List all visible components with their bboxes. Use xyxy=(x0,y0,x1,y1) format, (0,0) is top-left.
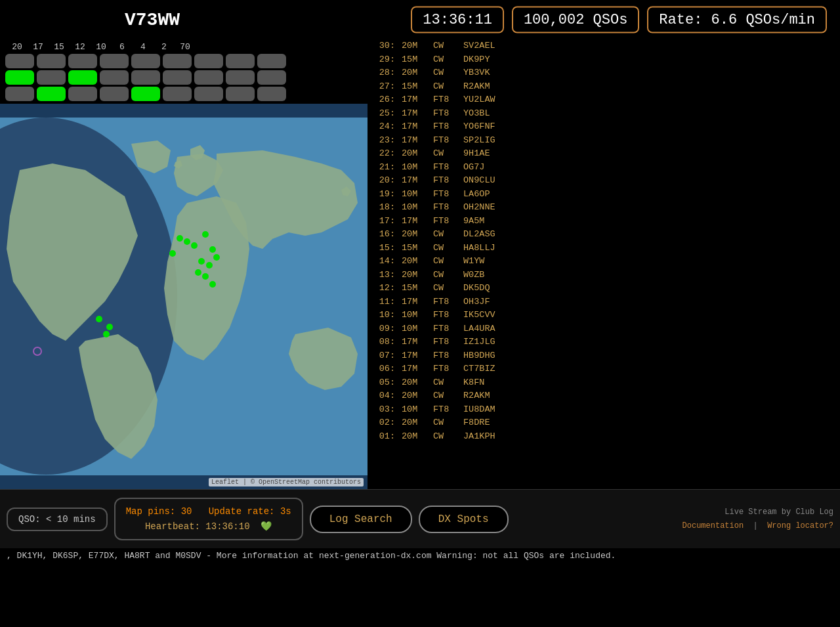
log-num: 25: xyxy=(374,107,395,121)
band-cell[interactable] xyxy=(37,87,66,101)
log-band: 10M xyxy=(402,403,427,417)
band-cell[interactable] xyxy=(5,70,34,85)
log-mode: FT8 xyxy=(433,93,457,107)
band-cell[interactable] xyxy=(226,54,255,68)
band-cell[interactable] xyxy=(194,70,223,85)
band-cell[interactable] xyxy=(68,70,97,85)
log-band: 20M xyxy=(402,416,427,430)
log-search-button[interactable]: Log Search xyxy=(310,506,412,533)
log-call: OH3JF xyxy=(463,295,522,309)
log-mode: FT8 xyxy=(433,295,457,309)
log-band: 10M xyxy=(402,188,427,202)
band-label-12: 12 xyxy=(71,42,89,52)
band-cell[interactable] xyxy=(100,54,129,68)
band-cell[interactable] xyxy=(131,54,160,68)
wrong-locator-link[interactable]: Wrong locator? xyxy=(767,521,833,530)
log-mode: FT8 xyxy=(433,335,457,349)
log-row: 26: 17M FT8 YU2LAW xyxy=(374,93,833,107)
log-row: 14: 20M CW W1YW xyxy=(374,255,833,269)
log-mode: CW xyxy=(433,66,457,80)
log-mode: CW xyxy=(433,430,457,444)
band-cell[interactable] xyxy=(163,70,192,85)
log-num: 14: xyxy=(374,255,395,269)
band-cell[interactable] xyxy=(100,87,129,101)
documentation-link[interactable]: Documentation xyxy=(682,521,744,530)
heart-icon: 💚 xyxy=(261,521,272,532)
band-cell[interactable] xyxy=(194,54,223,68)
log-mode: FT8 xyxy=(433,188,457,202)
band-label-4: 4 xyxy=(134,42,152,52)
log-row: 05: 20M CW K8FN xyxy=(374,376,833,390)
heartbeat-line: Heartbeat: 13:36:10 💚 xyxy=(126,519,291,534)
map-container[interactable]: Leaflet | © OpenStreetMap contributors xyxy=(0,104,368,489)
band-cell[interactable] xyxy=(37,54,66,68)
band-label-20: 20 xyxy=(8,42,26,52)
log-row: 04: 20M CW R2AKM xyxy=(374,389,833,403)
band-cell[interactable] xyxy=(68,87,97,101)
log-band: 20M xyxy=(402,228,427,242)
log-num: 11: xyxy=(374,295,395,309)
band-cell[interactable] xyxy=(100,70,129,85)
band-label-2: 2 xyxy=(155,42,173,52)
log-mode: FT8 xyxy=(433,403,457,417)
log-mode: CW xyxy=(433,376,457,390)
log-call: CT7BIZ xyxy=(463,362,522,376)
log-mode: FT8 xyxy=(433,107,457,121)
rate-badge: Rate: 6.6 QSOs/min xyxy=(647,7,827,33)
log-call: DK5DQ xyxy=(463,282,522,295)
band-cell[interactable] xyxy=(5,54,34,68)
log-num: 28: xyxy=(374,66,395,80)
band-cell[interactable] xyxy=(194,87,223,101)
band-cell[interactable] xyxy=(257,54,286,68)
log-call: YB3VK xyxy=(463,66,522,80)
log-num: 18: xyxy=(374,201,395,215)
log-num: 19: xyxy=(374,188,395,202)
ticker-text: , DK1YH, DK6SP, E77DX, HA8RT and M0SDV -… xyxy=(7,551,616,561)
log-call: LA6OP xyxy=(463,188,522,202)
log-call: YO6FNF xyxy=(463,120,522,134)
log-row: 15: 15M CW HA8LLJ xyxy=(374,242,833,255)
log-band: 10M xyxy=(402,201,427,215)
dx-spots-button[interactable]: DX Spots xyxy=(419,506,509,533)
band-cell[interactable] xyxy=(37,70,66,85)
log-num: 12: xyxy=(374,282,395,295)
log-mode: CW xyxy=(433,242,457,255)
band-cell[interactable] xyxy=(257,87,286,101)
band-cell[interactable] xyxy=(163,54,192,68)
band-cell[interactable] xyxy=(226,70,255,85)
log-band: 15M xyxy=(402,282,427,295)
band-cell[interactable] xyxy=(226,87,255,101)
log-band: 10M xyxy=(402,322,427,336)
log-mode: FT8 xyxy=(433,174,457,188)
band-cell[interactable] xyxy=(131,87,160,101)
log-band: 17M xyxy=(402,362,427,376)
log-row: 21: 10M FT8 OG7J xyxy=(374,161,833,175)
log-call: W0ZB xyxy=(463,269,522,282)
band-cell[interactable] xyxy=(257,70,286,85)
map-pins-line: Map pins: 30 Update rate: 3s xyxy=(126,504,291,519)
log-row: 03: 10M FT8 IU8DAM xyxy=(374,403,833,417)
band-cell[interactable] xyxy=(5,87,34,101)
log-mode: CW xyxy=(433,53,457,67)
log-row: 08: 17M FT8 IZ1JLG xyxy=(374,335,833,349)
log-band: 20M xyxy=(402,389,427,403)
left-panel: 20 17 15 12 10 6 4 2 70 xyxy=(0,39,368,489)
log-row: 12: 15M CW DK5DQ xyxy=(374,282,833,295)
log-mode: CW xyxy=(433,39,457,53)
log-num: 13: xyxy=(374,269,395,282)
band-cell[interactable] xyxy=(163,87,192,101)
log-mode: FT8 xyxy=(433,134,457,148)
log-band: 20M xyxy=(402,376,427,390)
log-row: 17: 17M FT8 9A5M xyxy=(374,215,833,228)
log-num: 23: xyxy=(374,134,395,148)
band-cell[interactable] xyxy=(68,54,97,68)
band-label-15: 15 xyxy=(50,42,68,52)
log-num: 20: xyxy=(374,174,395,188)
log-call: YU2LAW xyxy=(463,93,522,107)
update-rate-label: Update rate: 3s xyxy=(209,506,291,517)
log-call: ON9CLU xyxy=(463,174,522,188)
band-cell[interactable] xyxy=(131,70,160,85)
log-call: DL2ASG xyxy=(463,228,522,242)
log-num: 26: xyxy=(374,93,395,107)
log-row: 23: 17M FT8 SP2LIG xyxy=(374,134,833,148)
